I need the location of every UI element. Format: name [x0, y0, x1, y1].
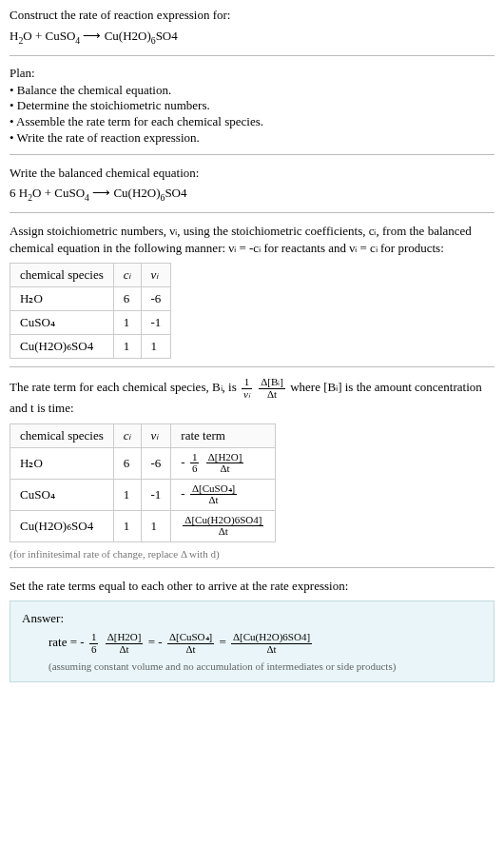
t: O) [147, 186, 161, 200]
rate-term-section: The rate term for each chemical species,… [10, 377, 494, 560]
col-species: chemical species [10, 264, 114, 287]
cell: -1 [141, 311, 171, 335]
unbalanced-equation: H2O + CuSO4 ⟶ Cu(H2O)6SO4 [10, 29, 494, 46]
balanced-section: Write the balanced chemical equation: 6 … [10, 165, 494, 203]
answer-box: Answer: rate = - 16 Δ[H2O]Δt = - Δ[CuSO₄… [10, 600, 494, 682]
t: Δt [231, 644, 312, 656]
infinitesimal-note: (for infinitesimal rate of change, repla… [10, 548, 494, 560]
t: Δt [259, 389, 285, 401]
t: H [10, 29, 18, 43]
t: 6 [89, 644, 99, 656]
table-row: H₂O 6 -6 - 16 Δ[H2O]Δt [10, 447, 276, 479]
fraction: Δ[Bᵢ]Δt [259, 377, 285, 400]
t: SO4 [165, 186, 186, 200]
table-row: H₂O 6 -6 [10, 287, 171, 311]
cell: CuSO₄ [10, 311, 114, 335]
t: Δt [106, 644, 144, 656]
cell: -6 [141, 447, 171, 479]
col-vi: νᵢ [141, 264, 171, 287]
rate-term-table: chemical species cᵢ νᵢ rate term H₂O 6 -… [10, 423, 276, 542]
fraction: 16 [89, 632, 99, 655]
cell: H₂O [10, 447, 114, 479]
t: O) [138, 29, 151, 43]
t: νᵢ [151, 428, 159, 443]
t: Δt [167, 644, 214, 656]
prompt-section: Construct the rate of reaction expressio… [10, 8, 494, 46]
cell: 6 [113, 447, 141, 479]
eq-text: H2O + CuSO4 ⟶ Cu(H2O)6SO4 [10, 29, 178, 43]
divider [10, 154, 494, 155]
col-vi: νᵢ [141, 423, 171, 447]
t: Δ[Bᵢ] [259, 377, 285, 389]
fraction: Δ[Cu(H2O)6SO4]Δt [231, 632, 312, 655]
t: νᵢ [242, 389, 252, 401]
cell: 1 [113, 311, 141, 335]
balanced-title: Write the balanced chemical equation: [10, 165, 494, 182]
answer-title: Answer: [22, 611, 482, 626]
t: Δt [206, 463, 244, 475]
t: 1 [242, 377, 252, 389]
cell: 1 [113, 479, 141, 510]
set-equal-text: Set the rate terms equal to each other t… [10, 578, 494, 595]
t: = [148, 635, 159, 649]
t: Δ[Cu(H2O)6SO4] [231, 632, 312, 644]
table-header-row: chemical species cᵢ νᵢ [10, 264, 171, 287]
fraction: Δ[H2O]Δt [206, 452, 244, 475]
plan-item: • Write the rate of reaction expression. [10, 130, 494, 147]
plan-section: Plan: • Balance the chemical equation. •… [10, 66, 494, 148]
divider [10, 212, 494, 213]
rate-term-text: The rate term for each chemical species,… [10, 377, 494, 417]
fraction: 16 [190, 452, 200, 475]
table-row: Cu(H2O)₆SO4 1 1 Δ[Cu(H2O)6SO4]Δt [10, 510, 276, 541]
prompt-title: Construct the rate of reaction expressio… [10, 8, 494, 23]
t: = [219, 635, 229, 649]
cell: - 16 Δ[H2O]Δt [171, 447, 276, 479]
t: - [181, 486, 184, 501]
fraction: Δ[Cu(H2O)6SO4]Δt [183, 515, 263, 538]
col-species: chemical species [10, 423, 114, 447]
t: Δt [183, 526, 263, 538]
fraction: 1νᵢ [242, 377, 252, 400]
cell: 6 [113, 287, 141, 311]
arrow-icon: ⟶ Cu(H [89, 186, 141, 200]
plan-item: • Balance the chemical equation. [10, 83, 494, 99]
t: O + CuSO [23, 29, 75, 43]
stoich-table: chemical species cᵢ νᵢ H₂O 6 -6 CuSO₄ 1 … [10, 263, 171, 359]
rate-expression: rate = - 16 Δ[H2O]Δt = - Δ[CuSO₄]Δt = Δ[… [48, 632, 482, 655]
arrow-icon: ⟶ Cu(H [80, 29, 131, 43]
t: - [158, 635, 162, 649]
cell: -6 [141, 287, 171, 311]
cell: Δ[Cu(H2O)6SO4]Δt [171, 510, 276, 541]
t: O + CuSO [32, 186, 85, 200]
cell: 1 [113, 335, 141, 359]
col-ci: cᵢ [113, 423, 141, 447]
fraction: Δ[H2O]Δt [106, 632, 144, 655]
t: Δ[CuSO₄] [167, 632, 214, 644]
answer-note: (assuming constant volume and no accumul… [48, 660, 482, 672]
fraction: Δ[CuSO₄]Δt [190, 483, 237, 506]
table-row: Cu(H2O)₆SO4 1 1 [10, 335, 171, 359]
set-equal-section: Set the rate terms equal to each other t… [10, 578, 494, 682]
table-row: CuSO₄ 1 -1 [10, 311, 171, 335]
cell: H₂O [10, 287, 114, 311]
cell: 1 [141, 510, 171, 541]
plan-item: • Assemble the rate term for each chemic… [10, 114, 494, 130]
divider [10, 366, 494, 367]
cell: -1 [141, 479, 171, 510]
t: cᵢ [124, 428, 131, 443]
t: cᵢ [124, 267, 131, 282]
cell: Cu(H2O)₆SO4 [10, 510, 114, 541]
cell: 1 [113, 510, 141, 541]
t: Δt [190, 495, 237, 506]
cell: - Δ[CuSO₄]Δt [171, 479, 276, 510]
fraction: Δ[CuSO₄]Δt [167, 632, 214, 655]
cell: 1 [141, 335, 171, 359]
assign-section: Assign stoichiometric numbers, νᵢ, using… [10, 223, 494, 359]
t: 6 H [10, 186, 28, 200]
table-row: CuSO₄ 1 -1 - Δ[CuSO₄]Δt [10, 479, 276, 510]
plan-item: • Determine the stoichiometric numbers. [10, 98, 494, 114]
t: - [181, 455, 184, 469]
t: νᵢ [151, 267, 159, 282]
t: 1 [89, 632, 99, 644]
table-header-row: chemical species cᵢ νᵢ rate term [10, 423, 276, 447]
